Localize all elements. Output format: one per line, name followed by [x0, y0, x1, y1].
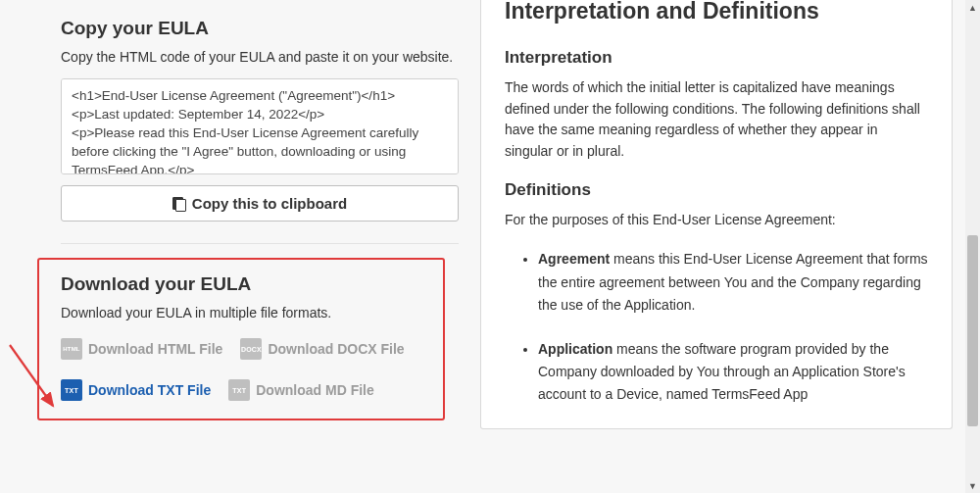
download-txt-label: Download TXT File: [88, 382, 211, 398]
download-html-label: Download HTML File: [88, 341, 222, 357]
definition-item: Agreement means this End-User License Ag…: [538, 248, 928, 316]
definitions-list: Agreement means this End-User License Ag…: [505, 248, 928, 429]
download-txt-link[interactable]: TXT Download TXT File: [61, 379, 211, 401]
download-description: Download your EULA in multiple file form…: [61, 305, 425, 320]
definition-item: Application means the software program p…: [538, 338, 928, 406]
download-docx-link[interactable]: DOCX Download DOCX File: [240, 338, 404, 360]
page-scrollbar[interactable]: ▲ ▼: [965, 0, 980, 493]
scroll-up-arrow-icon[interactable]: ▲: [965, 0, 980, 15]
scrollbar-thumb[interactable]: [967, 235, 978, 426]
copy-description: Copy the HTML code of your EULA and past…: [61, 49, 459, 65]
txt-file-icon: TXT: [61, 379, 82, 401]
definition-item: Application Store means the digital dist…: [538, 427, 928, 429]
interpretation-heading: Interpretation: [505, 48, 928, 68]
document-preview-panel: Interpretation and Definitions Interpret…: [480, 0, 953, 429]
download-section-highlight: Download your EULA Download your EULA in…: [37, 258, 445, 420]
copy-to-clipboard-button[interactable]: Copy this to clipboard: [61, 185, 459, 222]
doc-h1: Interpretation and Definitions: [505, 0, 928, 25]
download-docx-label: Download DOCX File: [268, 341, 404, 357]
copy-button-label: Copy this to clipboard: [192, 195, 347, 212]
copy-icon: [172, 197, 186, 211]
md-file-icon: TXT: [228, 379, 250, 401]
scroll-down-arrow-icon[interactable]: ▼: [965, 478, 980, 493]
docx-file-icon: DOCX: [240, 338, 262, 360]
interpretation-paragraph: The words of which the initial letter is…: [505, 77, 928, 163]
eula-code-textarea[interactable]: [61, 78, 459, 174]
download-heading: Download your EULA: [61, 273, 425, 295]
copy-heading: Copy your EULA: [61, 18, 459, 39]
divider: [61, 243, 459, 244]
download-md-label: Download MD File: [256, 382, 374, 398]
download-md-link[interactable]: TXT Download MD File: [228, 379, 374, 401]
definitions-intro: For the purposes of this End-User Licens…: [505, 210, 928, 231]
download-html-link[interactable]: HTML Download HTML File: [61, 338, 222, 360]
definitions-heading: Definitions: [505, 180, 928, 200]
html-file-icon: HTML: [61, 338, 82, 360]
